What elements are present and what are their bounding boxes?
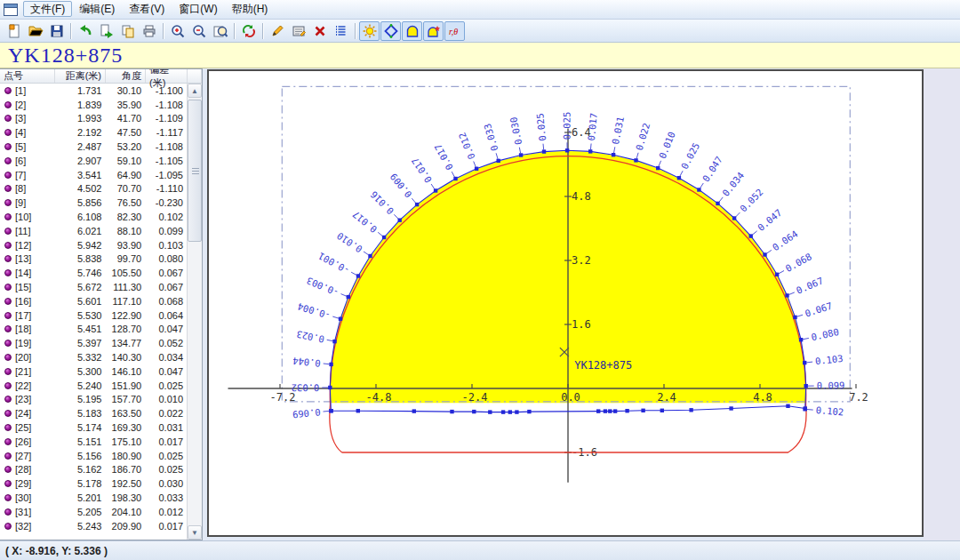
import-arrow-button[interactable] — [75, 21, 95, 41]
table-row[interactable]: [11]6.02188.100.099 — [0, 224, 187, 238]
table-row[interactable]: [18]5.451128.700.047 — [0, 323, 187, 337]
point-id: [8] — [0, 183, 55, 194]
menu-item-3[interactable]: 窗口(W) — [172, 1, 224, 17]
toolbar-separator — [234, 23, 235, 39]
svg-text:-0.003: -0.003 — [305, 276, 340, 299]
point-deviation: 0.031 — [145, 422, 187, 433]
table-row[interactable]: [22]5.240151.900.025 — [0, 379, 187, 393]
point-distance: 5.205 — [55, 507, 106, 517]
section-chart-canvas[interactable]: -7.2-4.8-2.40.02.44.87.21.63.24.86.4-1.6… — [207, 69, 924, 537]
new-file-button[interactable] — [4, 21, 24, 41]
svg-text:0.025: 0.025 — [679, 141, 701, 172]
point-id: [7] — [0, 170, 55, 180]
point-bullet-icon — [4, 129, 12, 136]
menu-item-4[interactable]: 帮助(H) — [225, 1, 276, 17]
table-scrollbar[interactable]: ▲ ▼ — [187, 84, 202, 540]
toolbar-separator — [163, 23, 164, 39]
properties-button[interactable] — [288, 21, 308, 41]
menu-item-2[interactable]: 查看(V) — [122, 1, 172, 17]
point-angle: 122.90 — [105, 310, 145, 321]
zoom-extent-button[interactable] — [210, 21, 230, 41]
table-row[interactable]: [28]5.162186.700.025 — [0, 463, 187, 477]
zoom-out-icon — [191, 23, 207, 39]
table-row[interactable]: [29]5.178192.500.030 — [0, 476, 187, 491]
table-row[interactable]: [21]5.300146.100.047 — [0, 364, 187, 379]
point-angle: 111.30 — [105, 282, 145, 292]
table-row[interactable]: [23]5.195157.700.010 — [0, 393, 187, 407]
point-bullet-icon — [4, 255, 12, 262]
point-angle: 82.30 — [105, 212, 145, 222]
delete-button[interactable] — [309, 21, 330, 41]
print-icon — [141, 23, 157, 39]
point-angle: 146.10 — [105, 366, 145, 377]
table-row[interactable]: [14]5.746105.500.067 — [0, 266, 187, 280]
list-icon — [333, 23, 349, 39]
table-row[interactable]: [27]5.156180.900.025 — [0, 449, 187, 463]
copy-button[interactable] — [117, 21, 138, 41]
table-row[interactable]: [6]2.90759.10-1.105 — [0, 154, 187, 168]
menu-item-0[interactable]: 文件(F) — [23, 1, 72, 17]
table-row[interactable]: [3]1.99341.70-1.109 — [0, 112, 187, 126]
table-row[interactable]: [1]1.73130.10-1.100 — [0, 84, 187, 98]
table-row[interactable]: [16]5.601117.100.068 — [0, 294, 187, 308]
highlight-points-button[interactable] — [359, 21, 380, 41]
export-arrow-button[interactable] — [96, 21, 116, 41]
list-button[interactable] — [331, 21, 351, 41]
table-row[interactable]: [8]4.50270.70-1.110 — [0, 182, 187, 196]
point-deviation: 0.025 — [145, 451, 187, 461]
column-header-1[interactable]: 距离(米) — [55, 69, 106, 83]
import-arrow-icon — [77, 23, 93, 39]
table-row[interactable]: [15]5.672111.300.067 — [0, 280, 187, 294]
table-row[interactable]: [31]5.205204.100.012 — [0, 505, 187, 519]
edit-pencil-button[interactable] — [267, 21, 287, 41]
table-row[interactable]: [19]5.397134.770.052 — [0, 336, 187, 350]
table-row[interactable]: [9]5.85676.50-0.230 — [0, 196, 187, 210]
table-row[interactable]: [26]5.151175.100.017 — [0, 435, 187, 449]
point-bullet-icon — [4, 354, 12, 361]
point-id: [13] — [0, 253, 55, 264]
table-row[interactable]: [12]5.94293.900.103 — [0, 238, 187, 252]
svg-text:0.052: 0.052 — [738, 187, 765, 214]
table-row[interactable]: [24]5.183163.500.022 — [0, 406, 187, 420]
zoom-in-button[interactable] — [167, 21, 188, 41]
open-folder-button[interactable] — [25, 21, 45, 41]
table-row[interactable]: [13]5.83899.700.080 — [0, 252, 187, 267]
table-row[interactable]: [2]1.83935.90-1.108 — [0, 98, 187, 112]
point-deviation: -1.095 — [145, 170, 187, 180]
zoom-out-button[interactable] — [188, 21, 209, 41]
polar-coords-button[interactable]: r,θ — [444, 21, 465, 41]
point-distance: 5.397 — [55, 338, 106, 348]
point-angle: 99.70 — [105, 253, 145, 264]
tunnel-annotate-icon — [426, 23, 442, 39]
point-angle: 70.70 — [105, 183, 145, 194]
print-button[interactable] — [139, 21, 159, 41]
tunnel-section-button[interactable] — [402, 21, 422, 41]
save-button[interactable] — [46, 21, 67, 41]
scroll-up-icon[interactable]: ▲ — [188, 84, 202, 98]
table-row[interactable]: [10]6.10882.300.102 — [0, 210, 187, 224]
point-id: [2] — [0, 100, 55, 110]
table-row[interactable]: [17]5.530122.900.064 — [0, 308, 187, 323]
table-row[interactable]: [7]3.54164.90-1.095 — [0, 168, 187, 182]
point-angle: 30.10 — [105, 85, 145, 96]
refresh-button[interactable] — [238, 21, 259, 41]
menu-item-1[interactable]: 编辑(E) — [72, 1, 122, 17]
scrollbar-thumb[interactable] — [188, 100, 202, 242]
svg-text:0.025: 0.025 — [534, 113, 548, 142]
table-row[interactable]: [4]2.19247.50-1.117 — [0, 125, 187, 140]
column-header-2[interactable]: 角度 — [106, 69, 146, 83]
tunnel-annotate-button[interactable] — [423, 21, 444, 41]
scroll-down-icon[interactable]: ▼ — [188, 525, 202, 540]
table-row[interactable]: [30]5.201198.300.033 — [0, 491, 187, 505]
point-bullet-icon — [4, 523, 12, 530]
table-row[interactable]: [32]5.243209.900.017 — [0, 519, 187, 533]
polygon-button[interactable] — [380, 21, 401, 41]
column-header-3[interactable]: 偏差(米) — [146, 69, 188, 83]
svg-text:0.103: 0.103 — [814, 353, 844, 366]
app-window-icon — [4, 3, 20, 17]
column-header-0[interactable]: 点号 — [0, 69, 55, 83]
table-row[interactable]: [20]5.332140.300.034 — [0, 350, 187, 364]
point-distance: 1.993 — [55, 113, 106, 124]
table-row[interactable]: [25]5.174169.300.031 — [0, 420, 187, 435]
table-row[interactable]: [5]2.48753.20-1.108 — [0, 140, 187, 154]
